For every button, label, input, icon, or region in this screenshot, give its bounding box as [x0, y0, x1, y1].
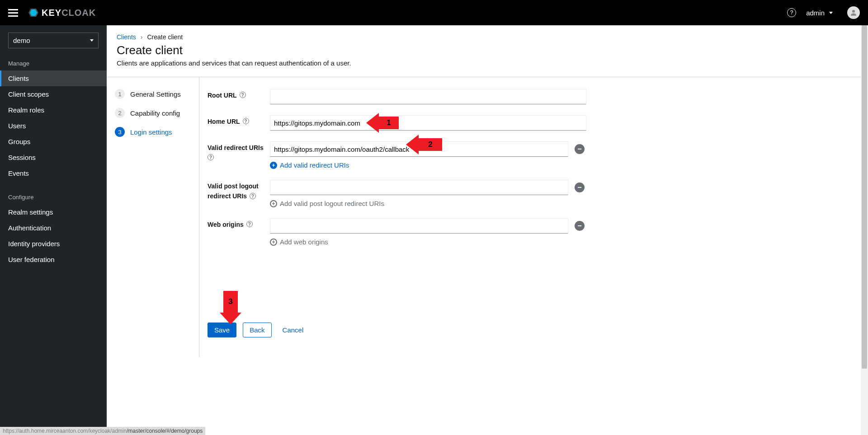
main-content: Clients › Create client Create client Cl…: [107, 25, 868, 435]
sidebar-item-authentication[interactable]: Authentication: [0, 220, 107, 236]
wizard-step-label: Login settings: [130, 128, 172, 136]
sidebar-item-identity-providers[interactable]: Identity providers: [0, 236, 107, 252]
wizard-step-capability[interactable]: 2 Capability config: [115, 108, 190, 118]
keycloak-logo-icon: [28, 7, 39, 18]
remove-web-origin-button[interactable]: −: [575, 221, 585, 231]
wizard-step-general[interactable]: 1 General Settings: [115, 89, 190, 99]
wizard-step-login[interactable]: 3 Login settings: [115, 127, 190, 137]
wizard-steps: 1 General Settings 2 Capability config 3…: [107, 77, 199, 357]
svg-point-2: [852, 10, 855, 13]
valid-redirect-label: Valid redirect URIs ?: [208, 141, 270, 169]
wizard-step-number: 3: [115, 127, 125, 137]
add-valid-redirect-button[interactable]: + Add valid redirect URIs: [270, 161, 349, 169]
valid-post-logout-input[interactable]: [270, 180, 568, 195]
realm-selector[interactable]: demo: [8, 33, 99, 48]
sidebar-item-clients[interactable]: Clients: [0, 70, 107, 86]
home-url-label: Home URL ?: [208, 115, 270, 131]
form-actions: Save Back Cancel: [208, 323, 868, 337]
breadcrumb-separator-icon: ›: [141, 33, 143, 41]
sidebar-item-users[interactable]: Users: [0, 118, 107, 134]
sidebar-item-user-federation[interactable]: User federation: [0, 252, 107, 267]
add-web-origins-button[interactable]: + Add web origins: [270, 238, 328, 246]
web-origins-input[interactable]: [270, 218, 568, 234]
valid-redirect-input[interactable]: [270, 141, 568, 157]
brand-text-left: KEY: [42, 8, 61, 18]
breadcrumb-current: Create client: [147, 33, 183, 41]
sidebar: demo Manage Clients Client scopes Realm …: [0, 25, 107, 435]
help-icon[interactable]: ?: [250, 193, 256, 199]
breadcrumb-parent[interactable]: Clients: [117, 33, 136, 41]
user-menu[interactable]: admin: [806, 9, 833, 17]
breadcrumb: Clients › Create client: [117, 33, 868, 41]
help-icon[interactable]: ?: [240, 92, 246, 98]
chevron-down-icon: [829, 12, 833, 14]
add-valid-post-logout-button[interactable]: + Add valid post logout redirect URIs: [270, 200, 384, 207]
sidebar-heading-manage: Manage: [0, 54, 107, 70]
remove-redirect-uri-button[interactable]: −: [575, 144, 585, 154]
avatar[interactable]: [847, 6, 860, 19]
form: Root URL ? Home URL ? Valid redirect: [199, 77, 868, 357]
remove-post-logout-uri-button[interactable]: −: [575, 182, 585, 192]
sidebar-heading-configure: Configure: [0, 187, 107, 204]
page-title: Create client: [117, 43, 868, 57]
scrollbar-thumb[interactable]: [862, 25, 867, 369]
help-icon[interactable]: ?: [208, 154, 214, 160]
help-icon[interactable]: ?: [787, 8, 796, 17]
web-origins-label: Web origins ?: [208, 218, 270, 246]
wizard-step-number: 1: [115, 89, 125, 99]
plus-circle-icon: +: [270, 200, 277, 207]
help-icon[interactable]: ?: [243, 118, 249, 124]
sidebar-item-events[interactable]: Events: [0, 165, 107, 181]
chevron-down-icon: [90, 39, 94, 42]
valid-post-logout-label: Valid post logout redirect URIs ?: [208, 180, 270, 207]
status-bar-url: https://auth.home.mirceaanton.com/keyclo…: [0, 427, 205, 435]
home-url-input[interactable]: [270, 115, 586, 131]
root-url-input[interactable]: [270, 89, 586, 104]
realm-name: demo: [13, 37, 30, 44]
cancel-button[interactable]: Cancel: [278, 323, 308, 337]
back-button[interactable]: Back: [243, 323, 271, 337]
page-description: Clients are applications and services th…: [117, 59, 868, 67]
scrollbar-track[interactable]: [861, 25, 868, 435]
wizard-step-number: 2: [115, 108, 125, 118]
hamburger-menu-icon[interactable]: [8, 9, 18, 17]
sidebar-item-groups[interactable]: Groups: [0, 134, 107, 150]
avatar-icon: [849, 9, 858, 17]
app-header: KEYCLOAK ? admin: [0, 0, 868, 25]
plus-circle-icon: +: [270, 162, 277, 169]
sidebar-item-realm-roles[interactable]: Realm roles: [0, 102, 107, 118]
brand-logo[interactable]: KEYCLOAK: [28, 7, 96, 18]
wizard-step-label: General Settings: [130, 90, 181, 98]
plus-circle-icon: +: [270, 239, 277, 246]
save-button[interactable]: Save: [208, 323, 236, 337]
help-icon[interactable]: ?: [246, 221, 253, 227]
sidebar-item-client-scopes[interactable]: Client scopes: [0, 86, 107, 102]
user-name: admin: [806, 9, 825, 17]
sidebar-item-sessions[interactable]: Sessions: [0, 150, 107, 165]
brand-text-right: CLOAK: [61, 8, 96, 18]
wizard-step-label: Capability config: [130, 109, 180, 117]
root-url-label: Root URL ?: [208, 89, 270, 104]
sidebar-item-realm-settings[interactable]: Realm settings: [0, 204, 107, 220]
